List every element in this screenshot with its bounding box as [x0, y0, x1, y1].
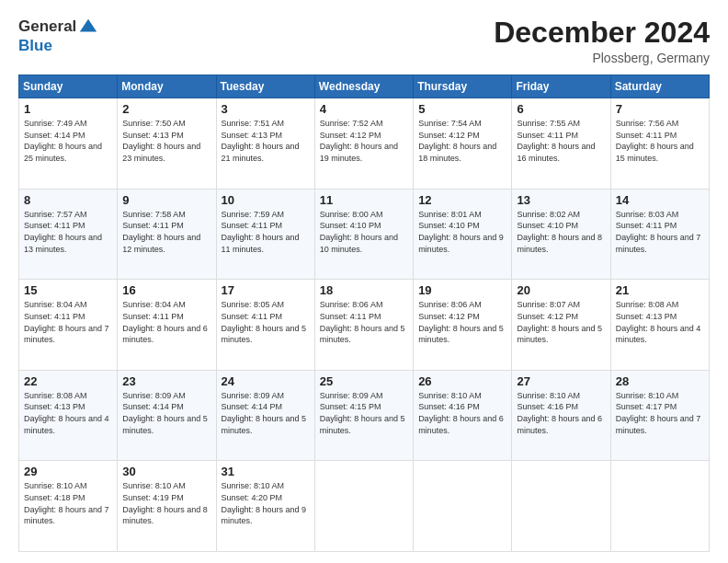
cell-info: Sunrise: 7:51 AM Sunset: 4:13 PM Dayligh… — [222, 118, 310, 164]
cell-info: Sunrise: 8:08 AM Sunset: 4:13 PM Dayligh… — [24, 390, 112, 436]
cell-info: Sunrise: 8:02 AM Sunset: 4:10 PM Dayligh… — [517, 209, 605, 255]
day-number: 14 — [616, 193, 704, 207]
calendar-day-cell: 23 Sunrise: 8:09 AM Sunset: 4:14 PM Dayl… — [118, 370, 216, 461]
day-number: 25 — [320, 374, 408, 388]
calendar-day-cell: 26 Sunrise: 8:10 AM Sunset: 4:16 PM Dayl… — [414, 370, 512, 461]
cell-info: Sunrise: 8:09 AM Sunset: 4:14 PM Dayligh… — [122, 390, 210, 436]
day-number: 4 — [320, 102, 408, 116]
day-number: 12 — [418, 193, 506, 207]
day-number: 19 — [418, 283, 506, 297]
cell-info: Sunrise: 8:10 AM Sunset: 4:16 PM Dayligh… — [517, 390, 605, 436]
calendar-header-cell: Friday — [512, 75, 610, 98]
cell-info: Sunrise: 8:10 AM Sunset: 4:20 PM Dayligh… — [222, 480, 310, 526]
calendar-day-cell: 18 Sunrise: 8:06 AM Sunset: 4:11 PM Dayl… — [314, 280, 413, 371]
calendar-day-cell — [414, 461, 512, 552]
cell-info: Sunrise: 8:06 AM Sunset: 4:11 PM Dayligh… — [320, 299, 408, 345]
calendar-day-cell: 6 Sunrise: 7:55 AM Sunset: 4:11 PM Dayli… — [512, 98, 610, 190]
calendar-day-cell: 16 Sunrise: 8:04 AM Sunset: 4:11 PM Dayl… — [118, 280, 216, 371]
calendar-day-cell: 13 Sunrise: 8:02 AM Sunset: 4:10 PM Dayl… — [512, 189, 610, 280]
cell-info: Sunrise: 7:56 AM Sunset: 4:11 PM Dayligh… — [616, 118, 704, 164]
cell-info: Sunrise: 8:09 AM Sunset: 4:15 PM Dayligh… — [320, 390, 408, 436]
day-number: 16 — [122, 283, 210, 297]
calendar-day-cell: 10 Sunrise: 7:59 AM Sunset: 4:11 PM Dayl… — [216, 189, 314, 280]
day-number: 28 — [616, 374, 704, 388]
cell-info: Sunrise: 7:55 AM Sunset: 4:11 PM Dayligh… — [517, 118, 605, 164]
cell-info: Sunrise: 8:10 AM Sunset: 4:19 PM Dayligh… — [122, 480, 210, 526]
cell-info: Sunrise: 7:54 AM Sunset: 4:12 PM Dayligh… — [418, 118, 506, 164]
calendar-day-cell: 24 Sunrise: 8:09 AM Sunset: 4:14 PM Dayl… — [216, 370, 314, 461]
calendar-day-cell: 31 Sunrise: 8:10 AM Sunset: 4:20 PM Dayl… — [216, 461, 314, 552]
day-number: 5 — [418, 102, 506, 116]
calendar-day-cell — [512, 461, 610, 552]
calendar-day-cell — [314, 461, 413, 552]
svg-marker-0 — [80, 19, 97, 32]
day-number: 1 — [24, 102, 112, 116]
day-number: 6 — [517, 102, 605, 116]
title-block: December 2024 Plossberg, Germany — [494, 17, 710, 65]
calendar-day-cell: 21 Sunrise: 8:08 AM Sunset: 4:13 PM Dayl… — [610, 280, 709, 371]
day-number: 21 — [616, 283, 704, 297]
calendar-day-cell: 28 Sunrise: 8:10 AM Sunset: 4:17 PM Dayl… — [610, 370, 709, 461]
cell-info: Sunrise: 8:05 AM Sunset: 4:11 PM Dayligh… — [222, 299, 310, 345]
calendar-week-row: 29 Sunrise: 8:10 AM Sunset: 4:18 PM Dayl… — [19, 461, 710, 552]
calendar-week-row: 8 Sunrise: 7:57 AM Sunset: 4:11 PM Dayli… — [19, 189, 710, 280]
calendar-day-cell: 14 Sunrise: 8:03 AM Sunset: 4:11 PM Dayl… — [610, 189, 709, 280]
day-number: 18 — [320, 283, 408, 297]
calendar-day-cell: 25 Sunrise: 8:09 AM Sunset: 4:15 PM Dayl… — [314, 370, 413, 461]
calendar-day-cell: 22 Sunrise: 8:08 AM Sunset: 4:13 PM Dayl… — [19, 370, 118, 461]
calendar-day-cell: 12 Sunrise: 8:01 AM Sunset: 4:10 PM Dayl… — [414, 189, 512, 280]
day-number: 7 — [616, 102, 704, 116]
calendar-day-cell: 2 Sunrise: 7:50 AM Sunset: 4:13 PM Dayli… — [118, 98, 216, 190]
calendar-day-cell — [610, 461, 709, 552]
calendar-header-row: SundayMondayTuesdayWednesdayThursdayFrid… — [19, 75, 710, 98]
day-number: 30 — [122, 465, 210, 478]
cell-info: Sunrise: 7:52 AM Sunset: 4:12 PM Dayligh… — [320, 118, 408, 164]
cell-info: Sunrise: 8:07 AM Sunset: 4:12 PM Dayligh… — [517, 299, 605, 345]
cell-info: Sunrise: 7:49 AM Sunset: 4:14 PM Dayligh… — [24, 118, 112, 164]
cell-info: Sunrise: 8:04 AM Sunset: 4:11 PM Dayligh… — [122, 299, 210, 345]
day-number: 15 — [24, 283, 112, 297]
cell-info: Sunrise: 7:50 AM Sunset: 4:13 PM Dayligh… — [122, 118, 210, 164]
calendar-header-cell: Tuesday — [216, 75, 314, 98]
day-number: 31 — [222, 465, 310, 478]
day-number: 26 — [418, 374, 506, 388]
calendar-day-cell: 8 Sunrise: 7:57 AM Sunset: 4:11 PM Dayli… — [19, 189, 118, 280]
day-number: 22 — [24, 374, 112, 388]
day-number: 27 — [517, 374, 605, 388]
calendar-day-cell: 3 Sunrise: 7:51 AM Sunset: 4:13 PM Dayli… — [216, 98, 314, 190]
calendar-header-cell: Thursday — [414, 75, 512, 98]
day-number: 29 — [24, 465, 112, 478]
day-number: 8 — [24, 193, 112, 207]
cell-info: Sunrise: 7:58 AM Sunset: 4:11 PM Dayligh… — [122, 209, 210, 255]
calendar-header-cell: Sunday — [19, 75, 118, 98]
logo: General Blue — [18, 17, 98, 55]
calendar-day-cell: 29 Sunrise: 8:10 AM Sunset: 4:18 PM Dayl… — [19, 461, 118, 552]
cell-info: Sunrise: 7:59 AM Sunset: 4:11 PM Dayligh… — [222, 209, 310, 255]
day-number: 3 — [222, 102, 310, 116]
calendar-day-cell: 15 Sunrise: 8:04 AM Sunset: 4:11 PM Dayl… — [19, 280, 118, 371]
calendar-day-cell: 7 Sunrise: 7:56 AM Sunset: 4:11 PM Dayli… — [610, 98, 709, 190]
day-number: 9 — [122, 193, 210, 207]
cell-info: Sunrise: 8:06 AM Sunset: 4:12 PM Dayligh… — [418, 299, 506, 345]
cell-info: Sunrise: 8:10 AM Sunset: 4:16 PM Dayligh… — [418, 390, 506, 436]
calendar-week-row: 15 Sunrise: 8:04 AM Sunset: 4:11 PM Dayl… — [19, 280, 710, 371]
day-number: 23 — [122, 374, 210, 388]
cell-info: Sunrise: 8:00 AM Sunset: 4:10 PM Dayligh… — [320, 209, 408, 255]
day-number: 20 — [517, 283, 605, 297]
calendar-week-row: 22 Sunrise: 8:08 AM Sunset: 4:13 PM Dayl… — [19, 370, 710, 461]
calendar-day-cell: 5 Sunrise: 7:54 AM Sunset: 4:12 PM Dayli… — [414, 98, 512, 190]
title-location: Plossberg, Germany — [494, 51, 710, 65]
logo-blue: Blue — [18, 37, 52, 54]
cell-info: Sunrise: 8:10 AM Sunset: 4:18 PM Dayligh… — [24, 480, 112, 526]
day-number: 2 — [122, 102, 210, 116]
calendar-week-row: 1 Sunrise: 7:49 AM Sunset: 4:14 PM Dayli… — [19, 98, 710, 190]
calendar-day-cell: 1 Sunrise: 7:49 AM Sunset: 4:14 PM Dayli… — [19, 98, 118, 190]
calendar-header-cell: Saturday — [610, 75, 709, 98]
calendar-table: SundayMondayTuesdayWednesdayThursdayFrid… — [18, 75, 710, 552]
day-number: 24 — [222, 374, 310, 388]
calendar-day-cell: 11 Sunrise: 8:00 AM Sunset: 4:10 PM Dayl… — [314, 189, 413, 280]
day-number: 13 — [517, 193, 605, 207]
calendar-day-cell: 19 Sunrise: 8:06 AM Sunset: 4:12 PM Dayl… — [414, 280, 512, 371]
calendar-body: 1 Sunrise: 7:49 AM Sunset: 4:14 PM Dayli… — [19, 98, 710, 552]
day-number: 10 — [222, 193, 310, 207]
